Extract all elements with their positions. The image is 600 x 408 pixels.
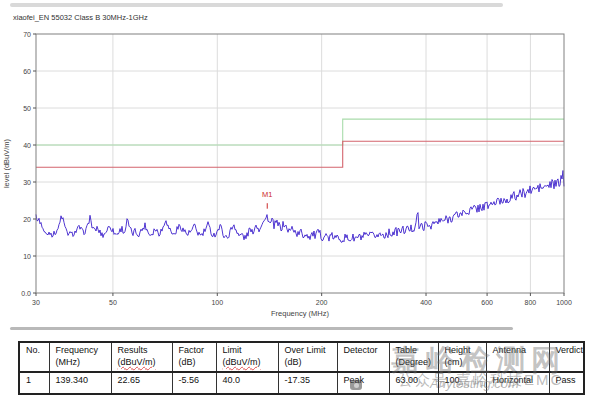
table-row: 1139.34022.65-5.5640.0-17.35Peak63.00100… [19,372,584,394]
column-header-over-limit: Over Limit(dB) [278,342,337,372]
y-axis-label: level (dBuV/m) [2,138,11,188]
column-header-results: Results(dBuV/m) [111,342,172,372]
column-header-detector: Detector [337,342,389,372]
y-tick-label: 40 [23,142,31,149]
column-header-frequency: Frequency(MHz) [49,342,111,372]
results-table-header: No.Frequency(MHz)Results(dBuV/m)Factor(d… [19,342,584,372]
plot-frame [36,34,564,293]
table-cell: 40.0 [216,372,278,394]
x-tick-label: 200 [316,299,328,306]
x-tick-label: 800 [525,299,537,306]
y-tick-label: 0.0 [21,290,31,297]
column-header-factor: Factor(dB) [172,342,216,372]
column-header-antenna: Antenna [486,342,549,372]
table-cell: 22.65 [111,372,172,394]
y-tick-label: 60 [23,68,31,75]
marker-m1-label: M1 [262,190,272,199]
y-tick-label: 70 [23,31,31,38]
results-table-body: 1139.34022.65-5.5640.0-17.35Peak63.00100… [19,372,584,394]
x-tick-label: 1000 [556,299,572,306]
y-tick-label: 10 [23,253,31,260]
table-cell: Pass [549,372,584,394]
y-tick-label: 20 [23,216,31,223]
table-cell: -5.56 [172,372,216,394]
table-cell: Horizontal [486,372,549,394]
x-tick-label: 100 [211,299,223,306]
mid-divider [10,327,513,330]
x-axis-label: Frequency (MHz) [271,309,329,318]
y-tick-label: 50 [23,105,31,112]
column-header-limit: Limit(dBuV/m) [216,342,278,372]
emission-chart: M1305010020040060080010000.0102030405060… [0,0,600,332]
column-header-table: Table(Degree) [389,342,438,372]
table-cell: 63.00 [389,372,438,394]
x-tick-label: 30 [32,299,40,306]
table-cell: 1 [19,372,49,394]
measurement-trace [36,171,564,243]
table-cell: 139.340 [49,372,111,394]
x-tick-label: 400 [420,299,432,306]
emc-report-page: xiaofei_EN 55032 Class B 30MHz-1GHz M130… [0,0,600,408]
table-cell: -17.35 [278,372,337,394]
column-header-height: Height(cm) [438,342,486,372]
y-tick-label: 30 [23,179,31,186]
table-cell: Peak [337,372,389,394]
column-header-no-: No. [19,342,49,372]
x-tick-label: 600 [481,299,493,306]
column-header-verdict: Verdict [549,342,584,372]
table-cell: 100 [438,372,486,394]
x-tick-label: 50 [109,299,117,306]
results-table: No.Frequency(MHz)Results(dBuV/m)Factor(d… [18,341,585,395]
